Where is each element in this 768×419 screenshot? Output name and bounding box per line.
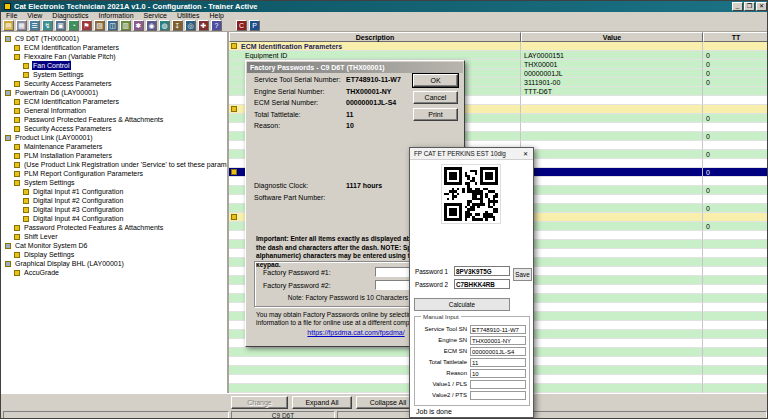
field-label: Service Tool Serial Number: bbox=[254, 76, 341, 83]
manual-field-input[interactable] bbox=[470, 358, 526, 367]
manual-field-input[interactable] bbox=[470, 336, 526, 345]
ecm-icon bbox=[5, 135, 11, 141]
tree-item-label: (Use Product Link Registration under 'Se… bbox=[23, 160, 227, 169]
password-2-output[interactable] bbox=[454, 279, 510, 289]
cell-value: LAY0000151 bbox=[521, 51, 703, 60]
menu-information[interactable]: Information bbox=[94, 12, 139, 20]
tree-item[interactable]: ECM Identification Parameters bbox=[1, 43, 227, 52]
keygen-close-icon[interactable]: ✕ bbox=[519, 149, 532, 159]
cell-value bbox=[521, 159, 703, 168]
menu-help[interactable]: Help bbox=[204, 12, 228, 20]
print-icon[interactable]: ▦ bbox=[16, 20, 27, 31]
cancel-button[interactable]: Cancel bbox=[413, 91, 458, 104]
tree-item[interactable]: ECM Identification Parameters bbox=[1, 97, 227, 106]
minimize-button[interactable]: _ bbox=[732, 2, 743, 11]
cell-value bbox=[521, 168, 703, 177]
tree-item[interactable]: Password Protected Features & Attachment… bbox=[1, 223, 227, 232]
field-label: Total Tattletale: bbox=[254, 111, 301, 118]
tree-item[interactable]: PLM Installation Parameters bbox=[1, 151, 227, 160]
menu-diagnostics[interactable]: Diagnostics bbox=[47, 12, 93, 20]
manual-field-input[interactable] bbox=[470, 325, 526, 334]
parameter-section-icon bbox=[231, 169, 237, 175]
tree-item[interactable]: Digital Input #4 Configuration bbox=[1, 214, 227, 223]
histogram-icon[interactable]: ▥ bbox=[120, 20, 131, 31]
cell-value bbox=[521, 384, 703, 393]
calibration-icon[interactable]: ◎ bbox=[185, 20, 196, 31]
diagnostic-tests-icon[interactable]: ⚑ bbox=[81, 20, 92, 31]
tree-item[interactable]: Powertrain D6 (LAY00001) bbox=[1, 88, 227, 97]
cell-value: TTT-D6T bbox=[521, 87, 703, 96]
data-logger-icon[interactable]: ◍ bbox=[159, 20, 170, 31]
help-icon[interactable]: ? bbox=[211, 20, 222, 31]
menu-view[interactable]: View bbox=[22, 12, 47, 20]
cell-value bbox=[521, 249, 703, 258]
change-button[interactable]: Change bbox=[231, 396, 288, 409]
maximize-button[interactable]: ❐ bbox=[744, 2, 755, 11]
parameter-group-icon bbox=[23, 198, 29, 204]
tree-item[interactable]: Security Access Parameters bbox=[1, 124, 227, 133]
keygen-dialog-title[interactable]: FP CAT ET PERKINS EST 10dig bbox=[410, 148, 533, 160]
trends-icon[interactable]: ◫ bbox=[107, 20, 118, 31]
special-tests-icon[interactable]: ✚ bbox=[198, 20, 209, 31]
close-button[interactable]: ✕ bbox=[756, 2, 767, 11]
ecm-summary-icon[interactable]: ▣ bbox=[55, 20, 66, 31]
tree-item[interactable]: Product Link (LAY00001) bbox=[1, 133, 227, 142]
tree-item[interactable]: Shift Lever bbox=[1, 232, 227, 241]
tree-item[interactable]: System Settings bbox=[1, 178, 227, 187]
tree-item[interactable]: Security Access Parameters bbox=[1, 79, 227, 88]
manual-field-input[interactable] bbox=[470, 391, 526, 400]
calculate-button[interactable]: Calculate bbox=[414, 298, 510, 311]
ok-button[interactable]: OK bbox=[413, 74, 458, 87]
cell-tt bbox=[703, 123, 768, 132]
tree-item[interactable]: Maintenance Parameters bbox=[1, 142, 227, 151]
save-button[interactable]: Save bbox=[513, 268, 532, 281]
tree-item[interactable]: Cat Monitor System D6 bbox=[1, 241, 227, 250]
tree-item[interactable]: Fan Control bbox=[1, 61, 227, 70]
table-row[interactable]: Equipment IDLAY00001510 bbox=[229, 51, 768, 60]
cell-value bbox=[521, 267, 703, 276]
password-1-output[interactable] bbox=[454, 266, 510, 276]
cell-value bbox=[521, 276, 703, 285]
menu-service[interactable]: Service bbox=[139, 12, 172, 20]
cell-value bbox=[521, 141, 703, 150]
tree-item[interactable]: Password Protected Features & Attachment… bbox=[1, 115, 227, 124]
expand-all-button[interactable]: Expand All bbox=[292, 396, 352, 409]
manual-field-input[interactable] bbox=[470, 347, 526, 356]
tree-item[interactable]: (Use Product Link Registration under 'Se… bbox=[1, 160, 227, 169]
print-button[interactable]: Print bbox=[413, 108, 458, 121]
tree-item[interactable]: General Information bbox=[1, 106, 227, 115]
tree-item[interactable]: Graphical Display BHL (LAY00001) bbox=[1, 259, 227, 268]
parameter-group-icon bbox=[14, 252, 20, 258]
menu-utilities[interactable]: Utilities bbox=[172, 12, 205, 20]
tree-item[interactable]: Flexxaire Fan (Variable Pitch) bbox=[1, 52, 227, 61]
cat-app-icon[interactable]: C bbox=[236, 20, 247, 31]
events-icon[interactable]: ▨ bbox=[94, 20, 105, 31]
parameter-group-icon bbox=[23, 63, 29, 69]
keygen-app-icon[interactable]: P bbox=[249, 20, 260, 31]
tree-item[interactable]: Digital Input #3 Configuration bbox=[1, 205, 227, 214]
tree-item[interactable]: Display Settings bbox=[1, 250, 227, 259]
tree-item-label: Security Access Parameters bbox=[23, 79, 113, 88]
tree-item-label: AccuGrade bbox=[23, 268, 60, 277]
tree-item-label: Security Access Parameters bbox=[23, 124, 113, 133]
tree-item[interactable]: System Settings bbox=[1, 70, 227, 79]
manual-field-input[interactable] bbox=[470, 369, 526, 378]
table-section-row[interactable]: ECM Identification Parameters bbox=[229, 42, 768, 51]
flash-download-icon[interactable]: ↧ bbox=[172, 20, 183, 31]
tree-item[interactable]: Digital Input #2 Configuration bbox=[1, 196, 227, 205]
tree-item[interactable]: C9 D6T (THX00001) bbox=[1, 34, 227, 43]
configuration-icon[interactable]: ✱ bbox=[133, 20, 144, 31]
tree-item[interactable]: Digital Input #1 Configuration bbox=[1, 187, 227, 196]
connect-icon[interactable]: ↯ bbox=[42, 20, 53, 31]
factory-passwords-dialog-title[interactable]: Factory Passwords - C9 D6T (THX00001) bbox=[247, 62, 463, 73]
manual-field-input[interactable] bbox=[470, 380, 526, 389]
tree-item[interactable]: PLM Report Configuration Parameters bbox=[1, 169, 227, 178]
cell-tt bbox=[703, 366, 768, 375]
snapshot-icon[interactable]: ◉ bbox=[146, 20, 157, 31]
status-tool-icon[interactable]: ◔ bbox=[68, 20, 79, 31]
open-file-icon[interactable]: ▤ bbox=[3, 20, 14, 31]
preferences-icon[interactable]: ☰ bbox=[29, 20, 40, 31]
menu-file[interactable]: File bbox=[1, 12, 22, 20]
tree-item[interactable]: AccuGrade bbox=[1, 268, 227, 277]
parameter-group-icon bbox=[14, 180, 20, 186]
